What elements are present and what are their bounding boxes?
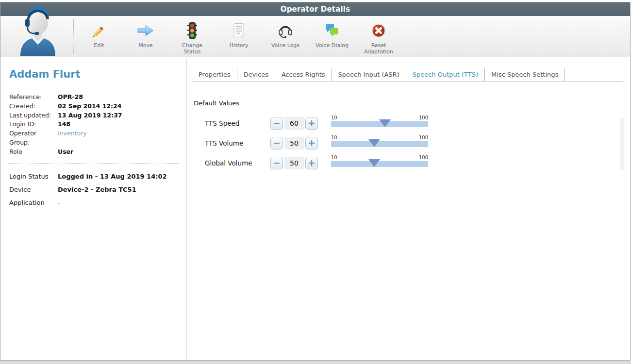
created-value: 02 Sep 2014 12:24 <box>58 102 121 111</box>
speech-output-panel: Properties Devices Access Rights Speech … <box>187 58 630 360</box>
tts-volume-max-label: 100 <box>419 135 428 140</box>
tab-access-rights-label: Access Rights <box>282 71 325 78</box>
last-updated-value: 13 Aug 2019 12:37 <box>58 111 122 120</box>
tab-devices-label: Devices <box>244 71 268 78</box>
role-value: User <box>58 148 73 157</box>
role-label: Role <box>9 148 58 157</box>
tab-properties[interactable]: Properties <box>192 68 237 81</box>
tts-speed-slider-handle[interactable] <box>379 119 391 127</box>
history-document-icon <box>232 20 246 41</box>
reset-adaptation-button[interactable]: Reset Adaptation <box>355 20 402 55</box>
move-arrow-icon <box>136 20 155 41</box>
tts-speed-stepper: − 60 + <box>270 117 318 130</box>
tts-speed-row: TTS Speed − 60 + 10 100 <box>187 114 630 133</box>
tts-settings-list: TTS Speed − 60 + 10 100 <box>187 114 630 173</box>
tab-access-rights[interactable]: Access Rights <box>275 68 332 81</box>
tts-speed-min-label: 10 <box>331 115 337 120</box>
global-volume-row: Global Volume − 50 + 10 100 <box>187 153 630 173</box>
login-id-label: Login ID: <box>9 120 58 129</box>
login-status-label: Login Status <box>9 170 58 183</box>
tts-volume-row: TTS Volume − 50 + 10 100 <box>187 133 630 153</box>
global-volume-decrement-button[interactable]: − <box>270 157 283 169</box>
tts-speed-increment-button[interactable]: + <box>305 117 318 130</box>
login-id-value: 148 <box>58 120 70 129</box>
content-area: Addam Flurt Reference: OPR-28 Created: 0… <box>0 58 630 360</box>
detail-row-operator-group: Operator Group: Inventory <box>9 129 177 148</box>
voice-logs-label: Voice Logs <box>271 42 299 49</box>
tab-misc-speech-settings[interactable]: Misc Speech Settings <box>485 68 565 81</box>
reference-label: Reference: <box>9 93 58 102</box>
toolbar-separator <box>73 19 74 54</box>
traffic-light-icon <box>187 20 198 41</box>
session-info-list: Login Status Logged in - 13 Aug 2019 14:… <box>9 170 177 209</box>
move-label: Move <box>138 42 153 49</box>
reference-value: OPR-28 <box>58 93 83 102</box>
bottom-strip <box>0 361 631 364</box>
global-volume-max-label: 100 <box>419 155 428 160</box>
global-volume-increment-button[interactable]: + <box>305 157 318 169</box>
tts-volume-value[interactable]: 50 <box>284 137 304 149</box>
operator-name: Addam Flurt <box>9 68 177 80</box>
created-label: Created: <box>9 102 58 111</box>
voice-dialog-label: Voice Dialog <box>316 42 349 49</box>
default-values-heading: Default Values <box>194 99 630 107</box>
tab-misc-speech-settings-label: Misc Speech Settings <box>491 71 558 78</box>
operator-details-list: Reference: OPR-28 Created: 02 Sep 2014 1… <box>9 93 177 157</box>
operator-avatar <box>14 4 62 56</box>
window-title: Operator Details <box>281 5 350 14</box>
tts-volume-label: TTS Volume <box>205 133 243 153</box>
detail-row-login-id: Login ID: 148 <box>9 120 177 129</box>
operator-summary-panel: Addam Flurt Reference: OPR-28 Created: 0… <box>0 58 186 360</box>
tab-speech-input-asr[interactable]: Speech Input (ASR) <box>332 68 406 81</box>
scrollbar[interactable] <box>620 117 624 169</box>
tts-volume-slider-track[interactable] <box>331 141 428 147</box>
tts-speed-value[interactable]: 60 <box>284 117 304 130</box>
tab-bar: Properties Devices Access Rights Speech … <box>192 68 623 82</box>
tts-volume-min-label: 10 <box>331 135 337 140</box>
reset-cross-icon <box>371 20 386 41</box>
operator-details-window: Operator Details <box>0 2 631 361</box>
move-button[interactable]: Move <box>122 20 169 55</box>
section-divider <box>8 163 179 164</box>
edit-button[interactable]: Edit <box>76 20 122 55</box>
tts-speed-decrement-button[interactable]: − <box>270 117 283 130</box>
session-row-login-status: Login Status Logged in - 13 Aug 2019 14:… <box>9 170 177 183</box>
global-volume-slider: 10 100 <box>331 155 428 167</box>
detail-row-created: Created: 02 Sep 2014 12:24 <box>9 102 177 111</box>
tts-volume-slider: 10 100 <box>331 135 428 147</box>
tts-speed-max-label: 100 <box>419 115 428 120</box>
global-volume-min-label: 10 <box>331 155 337 160</box>
screen: Operator Details <box>0 0 631 364</box>
edit-label: Edit <box>94 42 104 49</box>
voice-dialog-button[interactable]: Voice Dialog <box>309 20 355 55</box>
window-titlebar: Operator Details <box>0 2 630 16</box>
global-volume-label: Global Volume <box>205 153 252 173</box>
detail-row-last-updated: Last updated: 13 Aug 2019 12:37 <box>9 111 177 120</box>
global-volume-slider-track[interactable] <box>331 161 428 167</box>
session-row-device: Device Device-2 - Zebra TC51 <box>9 183 177 196</box>
tts-volume-slider-handle[interactable] <box>368 139 380 147</box>
tts-volume-decrement-button[interactable]: − <box>270 137 283 149</box>
change-status-button[interactable]: Change Status <box>169 20 216 55</box>
global-volume-slider-handle[interactable] <box>368 159 380 167</box>
tts-volume-increment-button[interactable]: + <box>305 137 318 149</box>
tab-speech-output-tts-label: Speech Output (TTS) <box>413 71 478 78</box>
tts-speed-slider-track[interactable] <box>331 121 428 127</box>
operator-group-label: Operator Group: <box>9 129 58 148</box>
voice-logs-button[interactable]: Voice Logs <box>262 20 309 55</box>
history-label: History <box>229 42 248 49</box>
application-value: - <box>58 196 60 209</box>
history-button[interactable]: History <box>216 20 262 55</box>
operator-group-link[interactable]: Inventory <box>58 129 87 148</box>
headphones-icon <box>277 20 294 41</box>
tab-speech-output-tts[interactable]: Speech Output (TTS) <box>406 68 485 81</box>
tab-speech-input-asr-label: Speech Input (ASR) <box>338 71 399 78</box>
tab-devices[interactable]: Devices <box>237 68 275 81</box>
detail-row-reference: Reference: OPR-28 <box>9 93 177 102</box>
toolbar-buttons: Edit Move <box>76 20 402 55</box>
global-volume-value[interactable]: 50 <box>284 157 304 169</box>
detail-row-role: Role User <box>9 148 177 157</box>
device-label: Device <box>9 183 58 196</box>
session-row-application: Application - <box>9 196 177 209</box>
device-link[interactable]: Device-2 - Zebra TC51 <box>58 183 136 196</box>
